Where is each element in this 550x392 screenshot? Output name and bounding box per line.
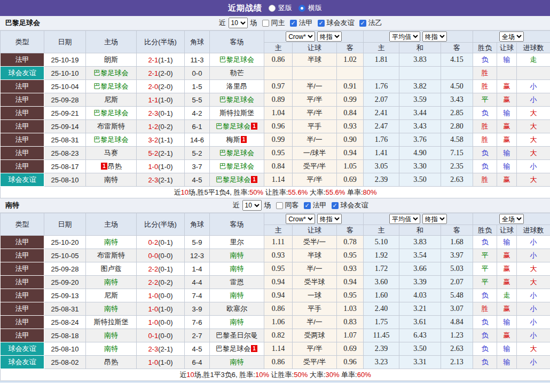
checkbox-checked-icon[interactable]: ✓ bbox=[290, 20, 297, 27]
score-cell: 1-2(0-2) bbox=[137, 120, 185, 133]
summary-segment: 场,胜5平1负4, 胜率: bbox=[188, 188, 249, 196]
goals-result-cell: 小 bbox=[517, 329, 550, 342]
away-odds-cell: 0.78 bbox=[337, 236, 364, 249]
checkbox-checked-icon[interactable]: ✓ bbox=[318, 20, 325, 27]
column-header: 主 bbox=[364, 225, 399, 236]
avg-away-cell bbox=[441, 67, 473, 80]
odds-select-group: Crow* 终指 bbox=[264, 213, 364, 225]
avg-home-cell: 11.45 bbox=[364, 329, 399, 342]
full-score: 2-0 bbox=[148, 83, 158, 91]
corners-cell: 5-9 bbox=[185, 236, 210, 249]
summary-segment: 10 bbox=[186, 371, 194, 379]
league-badge: 法甲 bbox=[1, 160, 44, 173]
handicap-line-cell: 半/一 bbox=[293, 80, 337, 93]
summary-segment: 大率: bbox=[308, 188, 325, 196]
half-score: (1-0) bbox=[158, 163, 172, 171]
games-label: 场 bbox=[264, 201, 271, 210]
date-cell: 25-10-04 bbox=[44, 80, 86, 93]
handicap-line-cell: 受半球 bbox=[293, 276, 337, 289]
avg-stage-select[interactable]: 终指 bbox=[422, 31, 447, 42]
checkbox-checked-icon[interactable]: ✓ bbox=[359, 20, 366, 27]
avg-home-cell: 1.72 bbox=[364, 262, 399, 276]
layout-radio-horizontal[interactable]: 横版 bbox=[298, 3, 322, 13]
avg-away-cell: 4.50 bbox=[441, 80, 473, 93]
team-name-text: 巴黎足球会 bbox=[216, 175, 250, 183]
avg-provider-select[interactable]: 平均值 bbox=[389, 214, 420, 224]
team-name-text: 巴黎足球会 bbox=[219, 55, 254, 63]
team-name-text: 昂热 bbox=[108, 162, 122, 170]
period-select[interactable]: 全场 bbox=[499, 31, 524, 42]
odds-provider-select[interactable]: Crow* bbox=[286, 31, 315, 42]
filter-checkbox-label: 同客 bbox=[285, 201, 299, 210]
avg-home-cell: 1.76 bbox=[364, 133, 399, 147]
odds-stage-select[interactable]: 终指 bbox=[317, 31, 342, 42]
avg-away-cell: 2.80 bbox=[441, 120, 473, 133]
summary-segment: 55.6% bbox=[325, 188, 345, 196]
date-cell: 25-08-24 bbox=[44, 316, 86, 329]
match-row: 法甲25-09-20南特2-2(0-2)4-4雷恩0.94受半球0.943.60… bbox=[1, 276, 550, 289]
checkbox-checked-icon[interactable]: ✓ bbox=[304, 202, 311, 209]
column-header: 类型 bbox=[1, 31, 44, 53]
radio-checked-icon[interactable] bbox=[298, 5, 305, 12]
summary-segment: 55.6% bbox=[288, 188, 308, 196]
corners-cell: 12-3 bbox=[185, 249, 210, 262]
score-cell: 5-2(2-1) bbox=[137, 147, 185, 160]
avg-provider-select[interactable]: 平均值 bbox=[389, 31, 420, 42]
avg-away-cell: 3.43 bbox=[441, 93, 473, 107]
full-score: 2-3 bbox=[148, 109, 158, 117]
team-name-text: 朗斯 bbox=[104, 55, 118, 63]
score-cell: 1-0(1-0) bbox=[137, 356, 185, 369]
column-header: 日期 bbox=[44, 31, 86, 53]
avg-stage-select[interactable]: 终指 bbox=[422, 214, 447, 224]
period-select[interactable]: 全场 bbox=[499, 214, 524, 224]
handicap-result-cell: 赢 bbox=[497, 93, 517, 107]
half-score: (1-1) bbox=[158, 136, 172, 144]
handicap-line-cell: 平/半 bbox=[293, 342, 337, 356]
outcome-cell: 负 bbox=[473, 329, 497, 342]
avg-away-cell: 2.35 bbox=[441, 160, 473, 173]
date-cell: 25-08-02 bbox=[44, 356, 86, 369]
date-cell: 25-08-18 bbox=[44, 329, 86, 342]
corners-cell: 14-6 bbox=[185, 133, 210, 147]
score-cell: 2-3(0-1) bbox=[137, 107, 185, 120]
team-name-text: 尼斯 bbox=[104, 291, 118, 299]
team-name-text: 南特 bbox=[104, 278, 118, 286]
avg-home-cell: 2.40 bbox=[364, 302, 399, 316]
checkbox-unchecked-icon[interactable] bbox=[262, 20, 269, 27]
avg-home-cell: 1.75 bbox=[364, 316, 399, 329]
handicap-line-cell: 平手 bbox=[293, 120, 337, 133]
layout-radio-vertical[interactable]: 竖版 bbox=[269, 3, 292, 13]
home-odds-cell: 1.11 bbox=[264, 236, 293, 249]
league-badge: 法甲 bbox=[1, 53, 44, 67]
away-odds-cell: 0.94 bbox=[337, 147, 364, 160]
away-team-cell: 巴黎足球会1 bbox=[210, 173, 264, 187]
team-name-text: 昂热 bbox=[104, 358, 118, 366]
filter-bar: 近10场同主✓法甲✓球会友谊✓法乙 bbox=[168, 18, 382, 28]
handicap-line-cell: 半/一 bbox=[293, 133, 337, 147]
recent-count-select[interactable]: 10 bbox=[229, 18, 248, 28]
avg-away-cell: 1.68 bbox=[441, 236, 473, 249]
home-odds-cell: 0.97 bbox=[264, 80, 293, 93]
odds-provider-select[interactable]: Crow* bbox=[286, 214, 315, 224]
page-title: 近期战绩 bbox=[228, 3, 262, 13]
away-odds-cell: 1.05 bbox=[337, 160, 364, 173]
odds-stage-select[interactable]: 终指 bbox=[317, 214, 342, 224]
checkbox-unchecked-icon[interactable] bbox=[276, 202, 283, 209]
away-team-cell: 勒芒 bbox=[210, 67, 264, 80]
team-title: 南特 bbox=[5, 201, 19, 210]
goals-result-cell: 小 bbox=[517, 302, 550, 316]
outcome-cell: 胜 bbox=[473, 67, 497, 80]
match-row: 法甲25-09-28图卢兹2-2(0-1)1-4南特0.95半/一0.931.7… bbox=[1, 262, 550, 276]
checkbox-checked-icon[interactable]: ✓ bbox=[332, 202, 339, 209]
red-card-icon: 1 bbox=[251, 345, 257, 352]
avg-away-cell: 3.07 bbox=[441, 302, 473, 316]
recent-label: 近 bbox=[233, 201, 240, 210]
recent-count-select[interactable]: 10 bbox=[242, 200, 262, 211]
home-odds-cell: 0.89 bbox=[264, 93, 293, 107]
score-cell: 3-2(1-1) bbox=[137, 133, 185, 147]
match-row: 球会友谊25-10-10巴黎足球会2-1(2-0)0-0勒芒胜 bbox=[1, 67, 550, 80]
column-header: 让球 bbox=[497, 225, 517, 236]
radio-unchecked-icon[interactable] bbox=[269, 5, 276, 12]
team-name-text: 巴黎足球会 bbox=[216, 122, 250, 130]
away-team-cell: 雷恩 bbox=[210, 276, 264, 289]
